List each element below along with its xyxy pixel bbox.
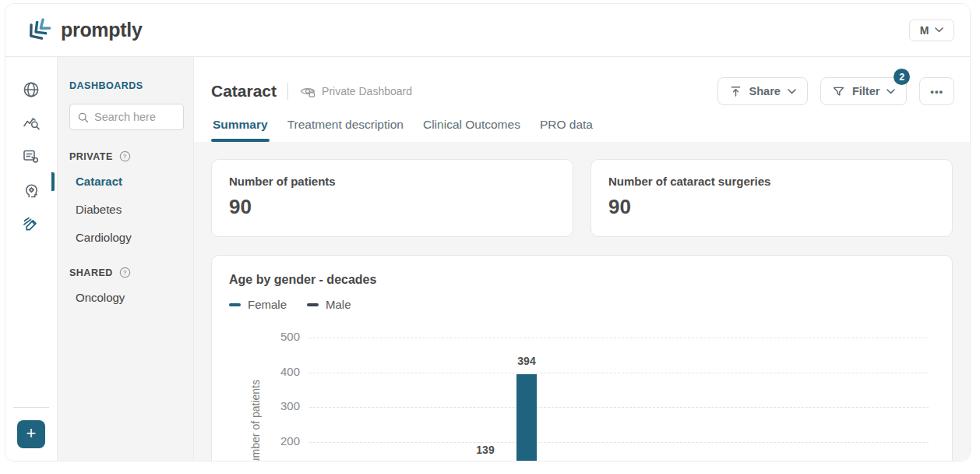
filter-label: Filter [852,85,880,97]
tab-treatment-description[interactable]: Treatment description [286,118,405,142]
report-builder-icon [22,147,41,166]
share-label: Share [749,85,781,97]
filter-button[interactable]: Filter [820,77,907,105]
chart-legend: Female Male [229,298,935,311]
globe-icon [22,80,41,99]
visibility-label: Private Dashboard [322,85,412,97]
sidebar-item-cataract[interactable]: Cataract [69,172,184,190]
chevron-down-icon [935,27,943,33]
grid-line [309,338,929,338]
sidebar: DASHBOARDS PRIVATE ? Cataract [57,57,194,461]
dashboard-content: Number of patients 90 Number of cataract… [194,142,970,461]
grid-line [309,407,929,408]
annotate-pencil-icon [22,214,41,233]
chart-plot: Number of patients 500 400 300 200 394 1… [229,330,935,462]
grid-line [309,373,929,373]
help-icon[interactable]: ? [119,267,131,278]
y-tick-label: 500 [229,330,300,343]
eye-lock-icon [299,84,316,98]
analytics-search-icon [22,114,41,133]
report-builder-nav-button[interactable] [16,141,47,172]
sidebar-item-diabetes[interactable]: Diabetes [69,200,184,218]
bar-female [516,374,537,462]
metric-label: Number of cataract surgeries [608,175,935,188]
y-tick-label: 200 [229,434,300,447]
section-private-label: PRIVATE [69,151,113,162]
promptly-logo: promptly [27,18,143,43]
search-icon [77,111,89,123]
app-window: promptly M [5,3,971,462]
more-options-button[interactable]: ••• [919,77,954,105]
tabs: Summary Treatment description Clinical O… [211,118,954,142]
visibility-badge: Private Dashboard [299,84,412,98]
section-shared-label: SHARED [69,267,113,278]
user-menu-button[interactable]: M [909,19,954,41]
chevron-down-icon [887,89,895,94]
legend-label: Female [248,298,287,311]
bar-value-label-139: 139 [462,444,509,456]
chart-card: Age by gender - decades Female Male [211,255,953,462]
tab-summary[interactable]: Summary [211,118,270,142]
metric-value: 90 [608,195,935,219]
share-icon [729,85,742,98]
brand-name: promptly [61,19,143,41]
y-tick-label: 400 [229,365,300,378]
sidebar-search [69,104,184,130]
chevron-down-icon [788,89,796,94]
ai-head-gear-icon [22,181,41,200]
main-header: Cataract Private Dashboard [194,57,970,142]
legend-item-male[interactable]: Male [307,298,351,311]
tab-clinical-outcomes[interactable]: Clinical Outcomes [421,118,522,142]
bar-value-label-394: 394 [503,355,550,367]
promptly-logo-icon [27,18,54,43]
y-tick-label: 300 [229,399,300,412]
section-private: PRIVATE ? [69,150,184,162]
sidebar-item-cardiology[interactable]: Cardiology [69,228,184,246]
globe-nav-button[interactable] [16,74,47,105]
sidebar-item-oncology[interactable]: Oncology [69,288,184,306]
plus-icon: + [26,425,37,442]
main-area: Cataract Private Dashboard [194,57,970,461]
metric-label: Number of patients [229,175,555,188]
legend-label: Male [326,298,351,311]
page-title: Cataract [211,82,277,101]
annotate-nav-button[interactable] [16,208,47,239]
svg-text:?: ? [123,153,127,160]
rail-divider [13,407,49,408]
grid-line [309,442,929,443]
search-input[interactable] [94,111,176,123]
svg-text:?: ? [123,269,127,276]
section-shared: SHARED ? [69,267,184,278]
user-initial: M [920,24,929,37]
share-button[interactable]: Share [717,77,808,105]
metric-card-patients: Number of patients 90 [211,159,573,237]
filter-funnel-icon [832,85,845,98]
metric-card-surgeries: Number of cataract surgeries 90 [590,159,953,237]
legend-swatch-male [307,303,319,306]
analytics-nav-button[interactable] [16,108,47,139]
title-divider [287,83,288,100]
topbar: promptly M [5,4,970,57]
legend-swatch-female [229,303,241,306]
help-icon[interactable]: ? [119,150,131,162]
tab-pro-data[interactable]: PRO data [538,118,594,142]
icon-rail: + [5,57,57,461]
metric-value: 90 [229,195,555,219]
sidebar-title: DASHBOARDS [69,80,184,91]
filter-count-badge: 2 [894,69,910,85]
legend-item-female[interactable]: Female [229,298,287,311]
add-dashboard-button[interactable]: + [17,420,45,448]
ai-assistant-nav-button[interactable] [16,175,47,206]
chart-title: Age by gender - decades [229,273,935,287]
